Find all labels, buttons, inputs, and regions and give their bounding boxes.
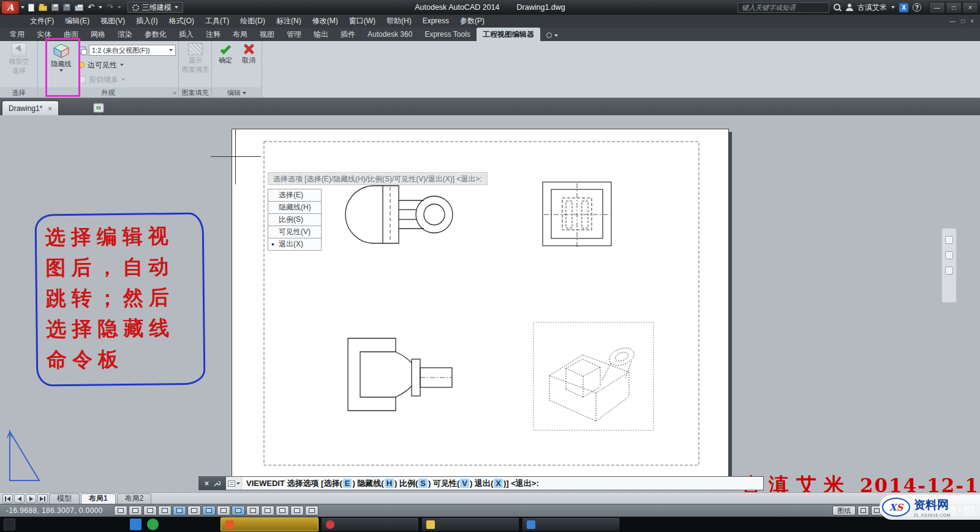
quick-view-layouts-icon[interactable] — [858, 506, 869, 515]
tab-output[interactable]: 输出 — [307, 28, 334, 41]
view-side[interactable] — [348, 338, 452, 411]
redo-icon[interactable]: ↷ — [107, 3, 113, 12]
dyn-option-exit[interactable]: ●退出(X) — [268, 238, 322, 251]
exchange-icon[interactable]: X — [899, 3, 908, 12]
tab-autodesk360[interactable]: Autodesk 360 — [361, 28, 418, 41]
menu-modify[interactable]: 修改(M) — [307, 15, 344, 28]
menu-help[interactable]: 帮助(H) — [381, 15, 417, 28]
cancel-button[interactable]: 取消 — [238, 43, 260, 64]
open-icon[interactable] — [39, 6, 47, 11]
tab-layout2[interactable]: 布局2 — [117, 493, 152, 504]
ortho-toggle[interactable] — [143, 506, 157, 515]
document-tab[interactable]: Drawing1* × — [2, 101, 59, 115]
tab-home[interactable]: 常用 — [4, 28, 31, 41]
tab-express-tools[interactable]: Express Tools — [418, 28, 476, 41]
menu-dimension[interactable]: 标注(N) — [271, 15, 307, 28]
signed-in-user[interactable]: 古滇艾米 — [858, 2, 887, 13]
viewport-border[interactable] — [264, 142, 699, 465]
key-option-e[interactable]: E — [343, 479, 352, 488]
new-icon[interactable] — [28, 4, 34, 12]
zoom-icon[interactable] — [945, 267, 953, 275]
document-tab-close-icon[interactable]: × — [48, 105, 51, 112]
view-top[interactable] — [543, 182, 611, 247]
restore-button[interactable]: □ — [946, 2, 962, 13]
customize-wrench-icon[interactable] — [213, 480, 221, 487]
menu-tools[interactable]: 工具(T) — [200, 15, 235, 28]
view-isometric[interactable] — [533, 322, 654, 430]
taskbar-app-2[interactable] — [321, 517, 419, 531]
help-icon[interactable]: ? — [913, 3, 921, 12]
steering-wheel-icon[interactable] — [945, 236, 953, 244]
menu-express[interactable]: Express — [417, 15, 454, 28]
redo-caret-icon[interactable] — [118, 6, 121, 9]
otrack-toggle[interactable] — [202, 506, 216, 515]
tab-drawing-view-editor[interactable]: 工程视图编辑器 — [477, 28, 540, 41]
polar-toggle[interactable] — [158, 506, 172, 515]
menu-format[interactable]: 格式(O) — [164, 15, 200, 28]
command-prompt-text[interactable]: VIEWEDIT 选择选项 [选择(E) 隐藏线(H) 比例(S) 可见性(V)… — [242, 477, 763, 490]
annotation-monitor-toggle[interactable] — [305, 506, 318, 515]
close-button[interactable]: × — [962, 2, 978, 13]
tab-insert[interactable]: 插入 — [173, 28, 200, 41]
next-tab-icon[interactable] — [26, 494, 36, 503]
key-option-x[interactable]: X — [494, 479, 503, 488]
save-as-icon[interactable] — [63, 4, 70, 11]
tab-mesh[interactable]: 网格 — [85, 28, 111, 41]
doc-close-icon[interactable]: × — [970, 18, 974, 25]
search-icon[interactable] — [834, 4, 842, 12]
workspace-selector[interactable]: 三维建模 — [127, 2, 183, 13]
tab-solid[interactable]: 实体 — [31, 28, 58, 41]
osnap-toggle[interactable] — [173, 506, 186, 515]
dyn-option-hidden-lines[interactable]: 隐藏线(H) — [268, 201, 322, 214]
tab-render[interactable]: 渲染 — [111, 28, 138, 41]
menu-edit[interactable]: 编辑(E) — [59, 15, 95, 28]
dyn-option-select[interactable]: 选择(E) — [268, 189, 322, 202]
transparency-toggle[interactable] — [261, 506, 274, 515]
osnap-3d-toggle[interactable] — [187, 506, 201, 515]
key-option-h[interactable]: H — [385, 479, 394, 488]
tab-parametric[interactable]: 参数化 — [138, 28, 173, 41]
model-space-select-button[interactable]: 模型空 选择 — [2, 43, 36, 75]
dyn-option-scale[interactable]: 比例(S) — [268, 213, 322, 226]
lineweight-toggle[interactable] — [246, 506, 260, 515]
pan-icon[interactable] — [945, 251, 953, 259]
undo-caret-icon[interactable] — [99, 6, 102, 9]
tab-plugins[interactable]: 插件 — [334, 28, 361, 41]
menu-parametric[interactable]: 参数(P) — [454, 15, 490, 28]
first-tab-icon[interactable] — [2, 494, 13, 503]
key-option-v[interactable]: V — [460, 479, 469, 488]
dynamic-input-toggle[interactable] — [232, 506, 245, 515]
selection-cycling-toggle[interactable] — [290, 506, 304, 515]
last-tab-icon[interactable] — [37, 494, 48, 503]
tab-annotate[interactable]: 注释 — [200, 28, 227, 41]
command-line[interactable]: × VIEWEDIT 选择选项 [选择(E) 隐藏线(H) 比例(S) 可见性(… — [198, 476, 764, 490]
grid-toggle[interactable] — [129, 506, 142, 515]
key-option-s[interactable]: S — [418, 479, 428, 488]
paper-space-button[interactable]: 图纸 — [832, 506, 856, 515]
command-close-icon[interactable]: × — [205, 480, 209, 487]
save-icon[interactable] — [51, 4, 59, 11]
previous-tab-icon[interactable] — [14, 494, 24, 503]
taskbar-browser-icon[interactable] — [130, 519, 141, 530]
taskbar-start-icon[interactable] — [4, 519, 15, 530]
menu-window[interactable]: 窗口(W) — [344, 15, 381, 28]
taskbar-green-app-icon[interactable] — [147, 519, 159, 530]
command-input-icon[interactable] — [226, 477, 242, 490]
plot-icon[interactable] — [75, 6, 83, 11]
taskbar-app-flashing[interactable] — [221, 517, 318, 531]
menu-file[interactable]: 文件(F) — [24, 15, 59, 28]
tab-view[interactable]: 视图 — [254, 28, 281, 41]
taskbar-app-4[interactable] — [522, 517, 620, 531]
snap-toggle[interactable] — [114, 506, 127, 515]
navigation-bar[interactable] — [941, 228, 957, 303]
quick-properties-toggle[interactable] — [276, 506, 289, 515]
menu-insert[interactable]: 插入(I) — [130, 15, 163, 28]
tab-layout[interactable]: 布局 — [227, 28, 254, 41]
layout-preview-icon[interactable] — [93, 103, 104, 113]
menu-draw[interactable]: 绘图(D) — [235, 15, 271, 28]
minimize-button[interactable]: — — [929, 2, 945, 13]
hidden-lines-button[interactable]: 隐藏线 — [47, 43, 75, 72]
menu-view[interactable]: 视图(V) — [95, 15, 130, 28]
user-menu-caret-icon[interactable] — [891, 6, 895, 9]
edge-visibility-row[interactable]: 边可见性 — [78, 58, 176, 72]
